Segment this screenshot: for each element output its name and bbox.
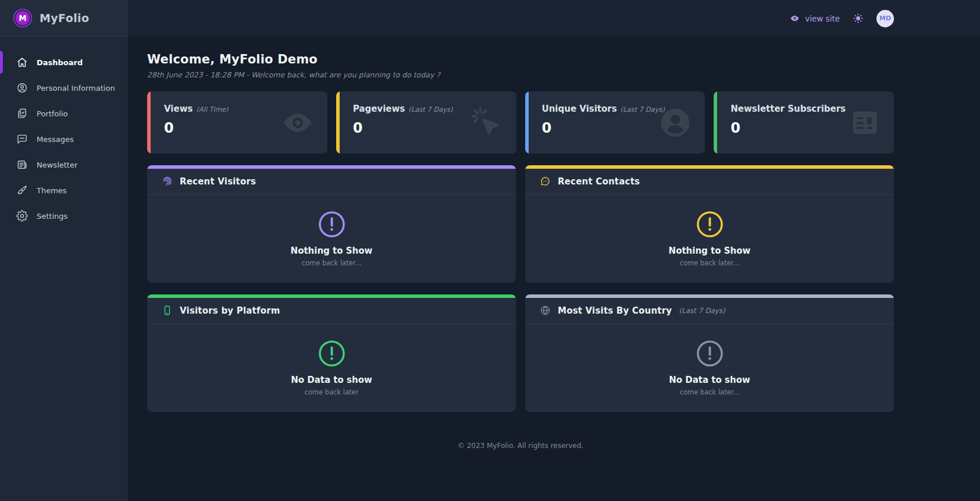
stats-row: Views (All Time) 0 Pageviews (Last 7 Day… xyxy=(147,91,894,154)
panels-grid: Recent Visitors Nothing to Show come bac… xyxy=(147,165,894,412)
panel-header: Visitors by Platform xyxy=(147,298,516,324)
sidebar-item-label: Personal Information xyxy=(37,84,115,93)
dashboard-content: Welcome, MyFolio Demo 28th June 2023 - 1… xyxy=(128,37,980,501)
app-window: M MyFolio Dashboard Personal Information xyxy=(0,0,980,501)
stat-card-views: Views (All Time) 0 xyxy=(147,91,327,154)
smartphone-icon xyxy=(162,305,173,316)
view-site-label: view site xyxy=(805,14,840,23)
panel-recent-visitors: Recent Visitors Nothing to Show come bac… xyxy=(147,165,516,283)
sidebar-item-themes[interactable]: Themes xyxy=(0,177,128,203)
stat-label: Unique Visitors xyxy=(542,104,617,114)
accent-bar xyxy=(147,91,151,154)
stat-period: (Last 7 Days) xyxy=(408,105,452,113)
stat-card-newsletter-subscribers: Newsletter Subscribers 0 xyxy=(714,91,894,154)
person-icon xyxy=(658,106,692,140)
empty-state-title: Nothing to Show xyxy=(291,246,373,256)
panel-title: Most Visits By Country xyxy=(558,305,672,316)
stat-label: Newsletter Subscribers xyxy=(730,104,846,114)
accent-bar xyxy=(525,91,529,154)
stat-period: (All Time) xyxy=(196,105,228,113)
stat-label: Pageviews xyxy=(353,104,405,114)
empty-state-title: No Data to show xyxy=(291,375,372,385)
eye-icon xyxy=(790,13,800,23)
sidebar-item-label: Dashboard xyxy=(37,58,83,67)
panel-title: Visitors by Platform xyxy=(180,305,280,316)
chat-bubble-icon xyxy=(540,176,551,187)
person-circle-icon xyxy=(16,82,28,94)
brand-name: MyFolio xyxy=(40,12,89,24)
avatar[interactable]: MD xyxy=(876,10,894,27)
clipboard-icon xyxy=(16,108,28,119)
active-indicator xyxy=(0,51,3,74)
sidebar-item-label: Newsletter xyxy=(37,161,77,169)
alert-circle-icon xyxy=(696,211,724,238)
chat-bubble-icon xyxy=(16,133,28,145)
view-site-link[interactable]: view site xyxy=(790,13,840,23)
fingerprint-icon xyxy=(162,176,173,187)
panel-header: Most Visits By Country (Last 7 Days) xyxy=(525,298,894,324)
panel-period: (Last 7 Days) xyxy=(679,307,725,315)
sidebar-nav: Dashboard Personal Information Portfolio… xyxy=(0,37,128,229)
sidebar-item-label: Messages xyxy=(37,135,74,144)
myfolio-logo-icon: M xyxy=(13,8,33,28)
panel-header: Recent Visitors xyxy=(147,169,516,195)
topbar: view site MD xyxy=(128,0,980,37)
empty-state-title: Nothing to Show xyxy=(669,246,751,256)
newspaper-icon xyxy=(16,159,28,170)
panel-recent-contacts: Recent Contacts Nothing to Show come bac… xyxy=(525,165,894,283)
panel-empty-state: No Data to show come back later xyxy=(147,324,516,412)
sidebar-item-portfolio[interactable]: Portfolio xyxy=(0,101,128,126)
empty-state-subtitle: come back later... xyxy=(302,259,362,267)
cursor-click-icon xyxy=(470,106,504,140)
panel-most-visits-by-country: Most Visits By Country (Last 7 Days) No … xyxy=(525,294,894,412)
sidebar-item-dashboard[interactable]: Dashboard xyxy=(0,49,128,75)
accent-bar xyxy=(714,91,717,154)
newspaper-icon xyxy=(847,106,881,140)
empty-state-subtitle: come back later... xyxy=(680,259,740,267)
panel-empty-state: Nothing to Show come back later... xyxy=(147,195,516,283)
accent-bar xyxy=(336,91,340,154)
page-title: Welcome, MyFolio Demo xyxy=(147,52,894,66)
alert-circle-icon xyxy=(318,211,345,238)
alert-circle-icon xyxy=(318,340,345,367)
stat-card-unique-visitors: Unique Visitors (Last 7 Days) 0 xyxy=(525,91,705,154)
gear-icon xyxy=(16,210,28,222)
empty-state-subtitle: come back later... xyxy=(680,388,740,396)
panel-title: Recent Contacts xyxy=(558,176,640,187)
panel-title: Recent Visitors xyxy=(180,176,256,187)
svg-text:M: M xyxy=(19,13,26,23)
main-area: view site MD Welcome, MyFolio Demo 28th … xyxy=(128,0,980,501)
sidebar-item-personal-information[interactable]: Personal Information xyxy=(0,75,128,101)
sidebar-item-label: Portfolio xyxy=(37,109,67,118)
sidebar-item-messages[interactable]: Messages xyxy=(0,126,128,152)
sidebar-item-label: Settings xyxy=(37,212,67,221)
panel-header: Recent Contacts xyxy=(525,169,894,195)
globe-icon xyxy=(540,305,551,316)
alert-circle-icon xyxy=(696,340,724,367)
welcome-subtitle: 28th June 2023 - 18:28 PM - Welcome back… xyxy=(147,70,894,79)
home-icon xyxy=(16,56,28,68)
empty-state-subtitle: come back later xyxy=(305,388,359,396)
stat-card-pageviews: Pageviews (Last 7 Days) 0 xyxy=(336,91,516,154)
sidebar-item-newsletter[interactable]: Newsletter xyxy=(0,152,128,177)
empty-state-title: No Data to show xyxy=(669,375,750,385)
eye-icon xyxy=(281,106,315,140)
sun-icon[interactable] xyxy=(853,13,864,24)
stat-label: Views xyxy=(164,104,193,114)
panel-empty-state: Nothing to Show come back later... xyxy=(525,195,894,283)
panel-empty-state: No Data to show come back later... xyxy=(525,324,894,412)
panel-visitors-by-platform: Visitors by Platform No Data to show com… xyxy=(147,294,516,412)
sidebar-item-settings[interactable]: Settings xyxy=(0,203,128,229)
brand-logo[interactable]: M MyFolio xyxy=(0,0,128,37)
paintbrush-icon xyxy=(16,184,28,196)
footer-copyright: © 2023 MyFolio. All rights reserved. xyxy=(147,442,894,463)
sidebar-item-label: Themes xyxy=(37,186,67,195)
sidebar: M MyFolio Dashboard Personal Information xyxy=(0,0,128,501)
